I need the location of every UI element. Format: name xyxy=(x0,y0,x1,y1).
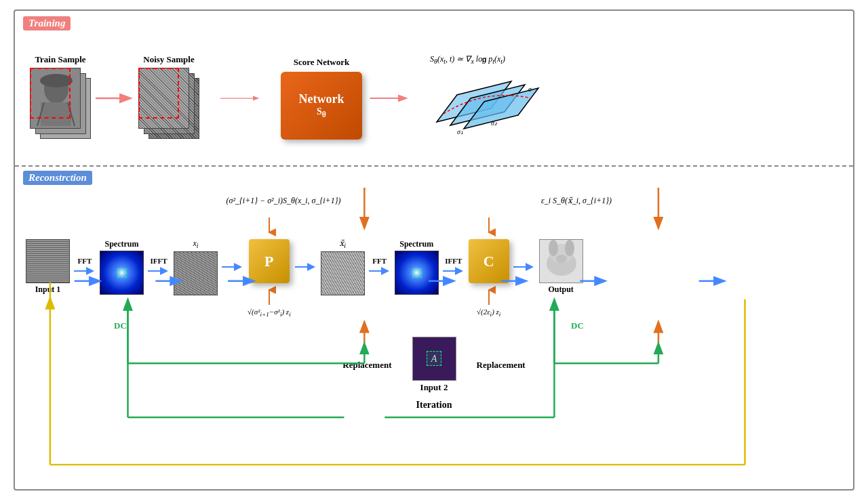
arrow-noisy-to-network xyxy=(199,90,281,106)
orange-arrow-p-bottom xyxy=(262,286,276,306)
recon-section: Reconstrction xyxy=(15,167,853,489)
xi-item: xi xyxy=(174,238,218,295)
arrow-p-xit xyxy=(294,261,318,273)
orange-arrow-c-bottom xyxy=(482,286,496,306)
dc2-label: DC xyxy=(571,320,707,331)
fft2-label: FFT xyxy=(372,257,387,265)
svg-point-56 xyxy=(549,240,558,256)
arrow-train-to-noisy xyxy=(91,90,138,106)
spectrum1-dc-box xyxy=(117,268,127,278)
iteration-row: Iteration xyxy=(23,393,845,413)
train-sample-label: Train Sample xyxy=(35,54,85,65)
iteration-label: Iteration xyxy=(416,400,452,411)
noisy-sample-label: Noisy Sample xyxy=(143,54,194,65)
network-label1: Network xyxy=(299,92,344,106)
input1-label: Input 1 xyxy=(35,285,61,295)
svg-point-57 xyxy=(565,240,574,256)
recon-top-row: Input 1 FFT Spectrum IFFT xyxy=(23,216,845,318)
fft1-label: FFT xyxy=(78,257,92,265)
xi-label: xi xyxy=(193,238,198,249)
spectrum2-label: Spectrum xyxy=(399,239,433,249)
arrow-p-xit-svg xyxy=(294,261,318,273)
xi-tilde-image xyxy=(321,251,365,295)
formula-p-top: (σ²_{i+1} − σ²_i)S_θ(x_i, σ_{i+1}) xyxy=(26,196,351,206)
formula-c-top: ε_i S_θ(x̃_i, σ_{i+1}) xyxy=(351,196,842,206)
input2-group: A Input 2 xyxy=(412,337,456,393)
score-network-label: Score Network xyxy=(294,57,349,68)
input1-item: Input 1 xyxy=(26,239,70,295)
arrow-xi-p-group xyxy=(220,261,245,273)
arrow-c-out-svg xyxy=(512,261,536,273)
dc1-label: DC xyxy=(114,320,161,331)
training-label: Training xyxy=(23,16,71,30)
recon-flow-wrapper: (σ²_{i+1} − σ²_i)S_θ(x_i, σ_{i+1}) ε_i S… xyxy=(23,188,845,485)
training-section: Training Train Sample xyxy=(15,11,853,167)
spectrum1-image xyxy=(100,251,144,295)
arrow-fft1 xyxy=(73,265,97,277)
training-row: Train Sample xyxy=(23,33,845,163)
xi-tilde-label: x̃i xyxy=(339,238,346,249)
spectrum1-item: Spectrum xyxy=(100,239,144,295)
arrow-xi-p xyxy=(220,261,245,273)
noisy-dashed-box xyxy=(138,68,179,119)
input1-image xyxy=(26,239,70,283)
c-block-item: C √(2εi) zi xyxy=(469,216,509,318)
recon-label: Reconstrction xyxy=(23,171,92,185)
noisy-sample-item: Noisy Sample xyxy=(138,54,199,142)
score-planes-item: Sθ(xt, t) ≃ ∇x log pt(xt) σ₁ σ₂ σn xyxy=(416,54,552,142)
ifft1-label: IFFT xyxy=(150,257,167,265)
arrow-fft2 xyxy=(368,265,392,277)
orange-arrow-c-top xyxy=(482,216,496,236)
dc1-group: DC xyxy=(26,320,161,331)
xi-tilde-item: x̃i xyxy=(321,238,365,295)
formula-p-bottom: √(σ²i+1−σ²i) zi xyxy=(248,308,291,318)
ifft1-group: IFFT xyxy=(146,257,171,277)
replacement-row: Replacement A Input 2 Replacement xyxy=(23,331,845,393)
network-box: Network Sθ xyxy=(281,72,362,140)
input2-label: Input 2 xyxy=(420,382,448,393)
dc2-group: DC xyxy=(571,320,707,331)
spectrum1-label: Spectrum xyxy=(105,239,139,249)
input2-dc-inner xyxy=(427,351,441,366)
spectrum2-image xyxy=(395,251,439,295)
p-cube: P xyxy=(249,239,290,283)
spectrum2-dc-box xyxy=(412,268,422,278)
ifft2-label: IFFT xyxy=(445,257,462,265)
noisy-sample-images xyxy=(138,68,199,142)
train-sample-item: Train Sample xyxy=(30,54,91,142)
spectrum2-item: Spectrum xyxy=(395,239,439,295)
orange-arrow-p-top xyxy=(262,216,276,236)
fft2-group: FFT xyxy=(368,257,392,277)
output-item: Output xyxy=(539,239,583,295)
formula-c-bottom: √(2εi) zi xyxy=(477,308,500,318)
dc-row: DC DC xyxy=(23,318,845,331)
arrow-ifft2 xyxy=(441,265,466,277)
output-image xyxy=(539,239,583,283)
svg-point-58 xyxy=(556,255,567,263)
ifft2-group: IFFT xyxy=(441,257,466,277)
arrow-c-out xyxy=(512,261,536,273)
arrow-ifft1 xyxy=(146,265,171,277)
input2-box: A xyxy=(412,337,456,381)
output-label: Output xyxy=(549,285,574,295)
svg-text:σ₁: σ₁ xyxy=(457,128,463,136)
formula-row: (σ²_{i+1} − σ²_i)S_θ(x_i, σ_{i+1}) ε_i S… xyxy=(23,188,845,213)
xi-image xyxy=(174,251,218,295)
fft1-group: FFT xyxy=(73,257,97,277)
score-planes-svg: σ₁ σ₂ σ xyxy=(423,61,545,142)
replacement2-label: Replacement xyxy=(477,360,526,371)
train-sample-images xyxy=(30,68,91,142)
arrow-network-to-score xyxy=(362,90,416,106)
svg-text:σ₂: σ₂ xyxy=(491,119,498,127)
train-dashed-box xyxy=(30,68,71,119)
replacement1-label: Replacement xyxy=(342,360,391,371)
p-block-item: P √(σ²i+1−σ²i) zi xyxy=(248,216,291,318)
network-label2: Sθ xyxy=(317,106,326,119)
diagram-container: Training Train Sample xyxy=(14,9,854,491)
c-cube: C xyxy=(469,239,509,283)
score-network-item: Score Network Network Sθ xyxy=(281,57,362,140)
